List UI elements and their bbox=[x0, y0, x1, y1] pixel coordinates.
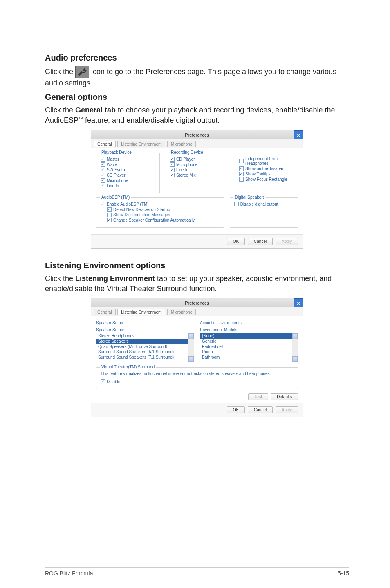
group-title: AudioESP (TM) bbox=[100, 195, 131, 200]
chk-show-disconnection[interactable]: Show Disconnection Messages bbox=[107, 213, 220, 217]
group-recording-device: Recording Device CD Player Microphone Li… bbox=[166, 153, 229, 193]
group-title: Recording Device bbox=[169, 150, 205, 155]
chk-master[interactable]: Master bbox=[101, 157, 155, 162]
sub-label: Speaker Setup: bbox=[96, 328, 194, 332]
chk-indep-headphones[interactable]: Independent Front Headphones bbox=[239, 157, 294, 166]
list-item[interactable]: Padded cell bbox=[200, 344, 298, 349]
virtual-desc: This feature virtualizes multi-channel m… bbox=[101, 371, 294, 376]
preferences-window-general: Preferences ✕ General Listening Environm… bbox=[91, 130, 303, 249]
cancel-button[interactable]: Cancel bbox=[248, 406, 273, 413]
list-item[interactable]: (None) bbox=[200, 333, 298, 339]
text-fragment: feature, and enable/disable digital outp… bbox=[85, 116, 220, 124]
chk-disable-digital[interactable]: Disable digital output bbox=[234, 202, 294, 206]
tab-listening-environment[interactable]: Listening Environment bbox=[117, 141, 165, 147]
text-fragment: Click the bbox=[45, 106, 75, 114]
close-icon[interactable]: ✕ bbox=[294, 298, 303, 307]
group-audioesp: AudioESP (TM) Enable AudioESP (TM) Detec… bbox=[96, 197, 224, 228]
list-item[interactable]: Surround Sound Speakers (5.1 Surround) bbox=[96, 349, 194, 355]
heading-general-options: General options bbox=[45, 92, 349, 102]
preferences-window-listening: Preferences ✕ General Listening Environm… bbox=[91, 298, 303, 417]
scrollbar[interactable] bbox=[188, 333, 194, 362]
dialog-buttons: OK Cancel Apply bbox=[91, 403, 303, 417]
footer-left: ROG Blitz Formula bbox=[45, 570, 93, 577]
titlebar: Preferences ✕ bbox=[91, 298, 303, 307]
group-title: Virtual Theater(TM) Surround bbox=[100, 365, 156, 369]
ok-button[interactable]: OK bbox=[227, 406, 245, 413]
chk-swsynth[interactable]: SW Synth bbox=[101, 168, 155, 172]
chk-virtual-disable[interactable]: Disable bbox=[101, 379, 294, 384]
apply-button[interactable]: Apply bbox=[276, 238, 298, 245]
text-audio-prefs: Click the icon to go to the Preferences … bbox=[45, 66, 349, 88]
text-listening-env-bold: Listening Environment bbox=[75, 274, 155, 283]
chk-rec-cdplayer[interactable]: CD Player bbox=[170, 157, 225, 162]
group-title: Speaker Setup bbox=[96, 321, 194, 325]
tabbar: General Listening Environment Microphone bbox=[91, 307, 303, 316]
list-item[interactable]: Room bbox=[200, 349, 298, 355]
chk-show-taskbar[interactable]: Show on the Taskbar bbox=[239, 166, 294, 171]
listbox-acoustic-env[interactable]: (None) Generic Padded cell Room Bathroom bbox=[200, 333, 298, 362]
page-footer: ROG Blitz Formula 5-15 bbox=[45, 567, 349, 577]
list-item[interactable]: Stereo Speakers bbox=[96, 339, 194, 344]
window-title: Preferences bbox=[185, 132, 209, 137]
list-item[interactable]: Stereo Headphones bbox=[96, 333, 194, 339]
ok-button[interactable]: OK bbox=[227, 238, 245, 245]
tab-microphone[interactable]: Microphone bbox=[167, 141, 196, 147]
group-playback-device: Playback Device Master Wave SW Synth CD … bbox=[96, 153, 160, 193]
window-title: Preferences bbox=[185, 301, 209, 305]
tab-general[interactable]: General bbox=[94, 309, 116, 315]
listbox-speaker-setup[interactable]: Stereo Headphones Stereo Speakers Quad S… bbox=[96, 333, 194, 362]
chk-cdplayer[interactable]: CD Player bbox=[101, 173, 155, 177]
chk-show-tooltips[interactable]: Show Tooltips bbox=[239, 172, 294, 176]
group-virtual-theater: Virtual Theater(TM) Surround This featur… bbox=[96, 367, 298, 389]
text-general-tab-bold: General tab bbox=[75, 106, 116, 114]
heading-audio-preferences: Audio preferences bbox=[45, 53, 349, 63]
list-item[interactable]: Quad Speakers (Multi-drive Surround) bbox=[96, 344, 194, 349]
group-title: Acoustic Environments bbox=[200, 321, 298, 325]
group-title: Playback Device bbox=[100, 150, 133, 155]
scrollbar[interactable] bbox=[292, 333, 298, 362]
list-item[interactable]: Surround Sound Speakers (7.1 Surround) bbox=[96, 355, 194, 360]
close-icon[interactable]: ✕ bbox=[294, 130, 303, 139]
text-listening-env: Click the Listening Environment tab to s… bbox=[45, 274, 349, 294]
chk-enable-audioesp[interactable]: Enable AudioESP (TM) bbox=[101, 202, 220, 206]
text-general-options: Click the General tab to choose your pla… bbox=[45, 105, 349, 126]
chk-detect-new-devices[interactable]: Detect New Devices on Startup bbox=[107, 207, 220, 212]
col-speaker-setup: Speaker Setup Speaker Setup: Stereo Head… bbox=[96, 321, 194, 362]
chk-rec-stereomix[interactable]: Stereo Mix bbox=[170, 173, 225, 177]
titlebar: Preferences ✕ bbox=[91, 130, 303, 139]
dialog-buttons: OK Cancel Apply bbox=[91, 234, 303, 248]
tabbar: General Listening Environment Microphone bbox=[91, 139, 303, 148]
defaults-button[interactable]: Defaults bbox=[271, 393, 298, 400]
footer-right: 5-15 bbox=[338, 570, 349, 577]
heading-listening-env: Listening Environment options bbox=[45, 261, 349, 270]
col-acoustic-env: Acoustic Environments Environment Models… bbox=[200, 321, 298, 362]
tab-listening-environment[interactable]: Listening Environment bbox=[117, 309, 165, 315]
tab-microphone[interactable]: Microphone bbox=[167, 309, 196, 315]
text-fragment: Click the bbox=[45, 67, 75, 76]
chk-rec-microphone[interactable]: Microphone bbox=[170, 162, 225, 167]
tm-mark: ™ bbox=[78, 116, 83, 121]
group-misc-options: Independent Front Headphones Show on the… bbox=[235, 153, 298, 193]
tab-general[interactable]: General bbox=[94, 141, 116, 147]
text-fragment: Click the bbox=[45, 274, 75, 283]
cancel-button[interactable]: Cancel bbox=[248, 238, 273, 245]
chk-show-focus-rect[interactable]: Show Focus Rectangle bbox=[239, 177, 294, 182]
chk-rec-linein[interactable]: Line In bbox=[170, 168, 225, 172]
chk-change-speaker-auto[interactable]: Change Speaker Configuration Automatical… bbox=[107, 218, 220, 222]
sub-label: Environment Models: bbox=[200, 328, 298, 332]
group-title: Digital Speakers bbox=[233, 195, 267, 200]
list-item[interactable]: Generic bbox=[200, 339, 298, 344]
test-button[interactable]: Test bbox=[248, 393, 268, 400]
wrench-icon bbox=[75, 66, 89, 78]
list-item[interactable]: Bathroom bbox=[200, 355, 298, 360]
group-digital-speakers: Digital Speakers Disable digital output bbox=[230, 197, 298, 228]
chk-microphone[interactable]: Microphone bbox=[101, 178, 155, 183]
chk-linein[interactable]: Line In bbox=[101, 184, 155, 188]
chk-wave[interactable]: Wave bbox=[101, 162, 155, 167]
apply-button[interactable]: Apply bbox=[276, 406, 298, 413]
